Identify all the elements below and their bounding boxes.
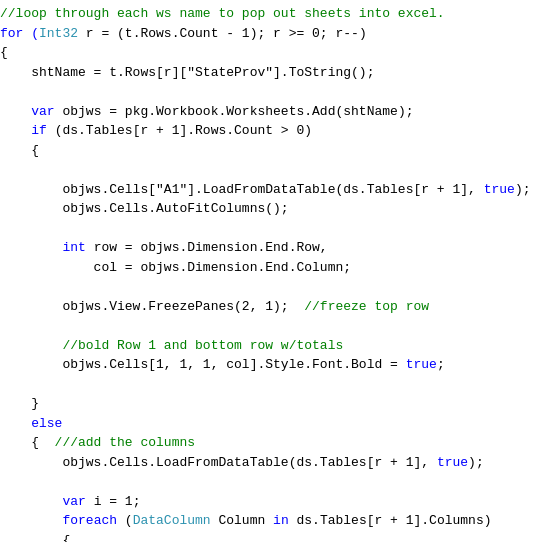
token	[0, 338, 62, 353]
token: objws = pkg.Workbook.Worksheets.Add(shtN…	[55, 104, 414, 119]
code-line: else	[0, 414, 534, 434]
code-line: {	[0, 141, 534, 161]
line-content: int row = objws.Dimension.End.Row,	[0, 238, 526, 258]
token: else	[31, 416, 62, 431]
token: DataColumn	[133, 513, 211, 528]
token: objws.View.FreezePanes(2, 1);	[0, 299, 304, 314]
token: var	[31, 104, 54, 119]
line-content: col = objws.Dimension.End.Column;	[0, 258, 526, 278]
token: objws.Cells.LoadFromDataTable(ds.Tables[…	[0, 455, 437, 470]
token: //loop through each ws name to pop out s…	[0, 6, 445, 21]
token: true	[406, 357, 437, 372]
code-line: { ///add the columns	[0, 433, 534, 453]
code-line: if (ds.Tables[r + 1].Rows.Count > 0)	[0, 121, 534, 141]
token: {	[0, 533, 70, 543]
token: r = (t.Rows.Count - 1); r >= 0; r--)	[78, 26, 367, 41]
code-editor: //loop through each ws name to pop out s…	[0, 0, 534, 542]
code-line: int row = objws.Dimension.End.Row,	[0, 238, 534, 258]
token: for (	[0, 26, 39, 41]
line-content	[0, 316, 526, 336]
code-line	[0, 472, 534, 492]
token: foreach	[62, 513, 117, 528]
token: var	[62, 494, 85, 509]
line-content: { ///add the columns	[0, 433, 526, 453]
code-line: foreach (DataColumn Column in ds.Tables[…	[0, 511, 534, 531]
token: true	[484, 182, 515, 197]
code-line	[0, 375, 534, 395]
line-content: objws.Cells["A1"].LoadFromDataTable(ds.T…	[0, 180, 531, 200]
line-content	[0, 219, 526, 239]
line-content: var objws = pkg.Workbook.Worksheets.Add(…	[0, 102, 526, 122]
token: (	[117, 513, 133, 528]
token: in	[273, 513, 289, 528]
token: i = 1;	[86, 494, 141, 509]
token	[0, 240, 62, 255]
token: col = objws.Dimension.End.Column;	[0, 260, 351, 275]
token: //bold Row 1 and bottom row w/totals	[62, 338, 343, 353]
code-line: {	[0, 531, 534, 543]
token	[0, 494, 62, 509]
code-line: var i = 1;	[0, 492, 534, 512]
code-line	[0, 316, 534, 336]
token: //freeze top row	[304, 299, 429, 314]
line-content: objws.Cells.AutoFitColumns();	[0, 199, 526, 219]
line-content	[0, 472, 526, 492]
code-line: objws.Cells.LoadFromDataTable(ds.Tables[…	[0, 453, 534, 473]
line-content	[0, 82, 526, 102]
code-line: //bold Row 1 and bottom row w/totals	[0, 336, 534, 356]
line-content: foreach (DataColumn Column in ds.Tables[…	[0, 511, 526, 531]
token: (ds.Tables[r + 1].Rows.Count > 0)	[47, 123, 312, 138]
code-line	[0, 219, 534, 239]
token: int	[62, 240, 85, 255]
token: Int32	[39, 26, 78, 41]
code-line: {	[0, 43, 534, 63]
line-content: {	[0, 141, 526, 161]
token: );	[515, 182, 531, 197]
line-content: {	[0, 43, 526, 63]
token: row = objws.Dimension.End.Row,	[86, 240, 328, 255]
token: ///add the columns	[55, 435, 195, 450]
token: ;	[437, 357, 445, 372]
token: true	[437, 455, 468, 470]
token: {	[0, 45, 8, 60]
code-line: objws.Cells["A1"].LoadFromDataTable(ds.T…	[0, 180, 534, 200]
line-content: objws.Cells[1, 1, 1, col].Style.Font.Bol…	[0, 355, 526, 375]
token: shtName = t.Rows[r]["StateProv"].ToStrin…	[0, 65, 374, 80]
code-line: //loop through each ws name to pop out s…	[0, 4, 534, 24]
token	[0, 104, 31, 119]
code-line	[0, 160, 534, 180]
token: {	[0, 143, 39, 158]
token: objws.Cells[1, 1, 1, col].Style.Font.Bol…	[0, 357, 406, 372]
line-content: objws.View.FreezePanes(2, 1); //freeze t…	[0, 297, 526, 317]
line-content: shtName = t.Rows[r]["StateProv"].ToStrin…	[0, 63, 526, 83]
token	[0, 416, 31, 431]
code-line: objws.Cells[1, 1, 1, col].Style.Font.Bol…	[0, 355, 534, 375]
token: objws.Cells.AutoFitColumns();	[0, 201, 289, 216]
line-content: objws.Cells.LoadFromDataTable(ds.Tables[…	[0, 453, 526, 473]
line-content: {	[0, 531, 526, 543]
code-line: for (Int32 r = (t.Rows.Count - 1); r >= …	[0, 24, 534, 44]
code-line: }	[0, 394, 534, 414]
token: ds.Tables[r + 1].Columns)	[289, 513, 492, 528]
code-line: var objws = pkg.Workbook.Worksheets.Add(…	[0, 102, 534, 122]
line-content: }	[0, 394, 526, 414]
code-line: col = objws.Dimension.End.Column;	[0, 258, 534, 278]
token: );	[468, 455, 484, 470]
line-content: else	[0, 414, 526, 434]
line-content: //bold Row 1 and bottom row w/totals	[0, 336, 526, 356]
line-content: var i = 1;	[0, 492, 526, 512]
line-content: for (Int32 r = (t.Rows.Count - 1); r >= …	[0, 24, 526, 44]
token: Column	[211, 513, 273, 528]
token	[0, 513, 62, 528]
token: {	[0, 435, 55, 450]
code-line	[0, 82, 534, 102]
line-content	[0, 160, 526, 180]
line-content: //loop through each ws name to pop out s…	[0, 4, 526, 24]
token: objws.Cells["A1"].LoadFromDataTable(ds.T…	[0, 182, 484, 197]
code-line: objws.View.FreezePanes(2, 1); //freeze t…	[0, 297, 534, 317]
token: }	[0, 396, 39, 411]
token	[0, 123, 31, 138]
code-line: objws.Cells.AutoFitColumns();	[0, 199, 534, 219]
token: if	[31, 123, 47, 138]
code-line: shtName = t.Rows[r]["StateProv"].ToStrin…	[0, 63, 534, 83]
